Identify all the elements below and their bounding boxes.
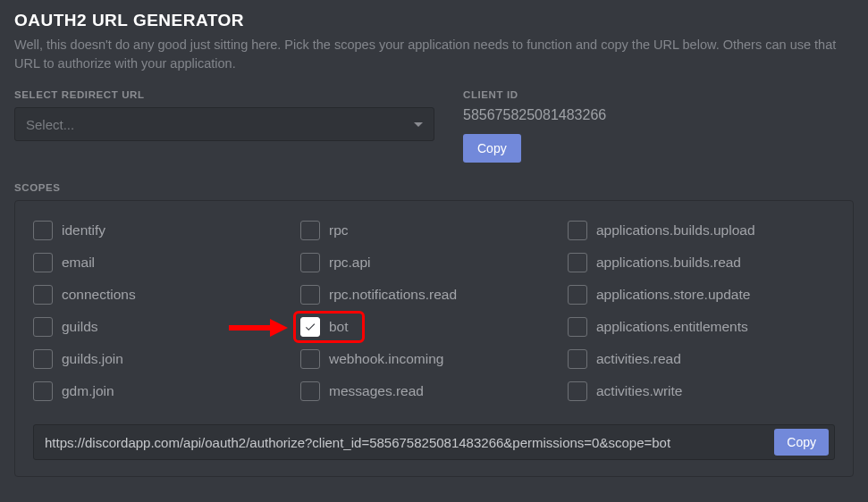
scope-item-rpc[interactable]: rpc	[300, 221, 568, 240]
scope-checkbox[interactable]	[568, 381, 587, 401]
scope-checkbox[interactable]	[568, 285, 587, 305]
client-id-column: CLIENT ID 585675825081483266 Copy	[463, 89, 854, 163]
scope-item-activities-read[interactable]: activities.read	[568, 349, 835, 369]
scope-checkbox[interactable]	[300, 253, 320, 272]
check-icon	[304, 321, 316, 333]
scope-label: rpc.notifications.read	[329, 287, 457, 303]
scopes-columns: identifyemailconnectionsguildsguilds.joi…	[33, 221, 835, 401]
scope-label: rpc.api	[329, 255, 371, 271]
scope-checkbox[interactable]	[33, 349, 53, 369]
scope-item-guilds-join[interactable]: guilds.join	[33, 349, 300, 369]
generated-url-text[interactable]: https://discordapp.com/api/oauth2/author…	[45, 435, 765, 450]
scope-label: gdm.join	[62, 383, 114, 399]
scope-checkbox[interactable]	[568, 221, 587, 240]
scope-checkbox[interactable]	[33, 221, 53, 240]
scope-item-applications-builds-upload[interactable]: applications.builds.upload	[568, 221, 835, 240]
page-subtitle: Well, this doesn't do any good just sitt…	[14, 36, 854, 73]
copy-client-id-button[interactable]: Copy	[463, 134, 521, 163]
scope-checkbox[interactable]	[33, 253, 53, 272]
redirect-column: SELECT REDIRECT URL Select...	[14, 89, 434, 163]
scope-label: identify	[62, 222, 105, 238]
scope-checkbox[interactable]	[568, 349, 587, 369]
scope-label: bot	[329, 319, 349, 335]
scope-item-applications-entitlements[interactable]: applications.entitlements	[568, 317, 835, 337]
scope-label: activities.write	[596, 383, 682, 399]
scope-label: guilds	[62, 319, 98, 335]
scope-checkbox[interactable]	[300, 317, 320, 337]
generated-url-row: https://discordapp.com/api/oauth2/author…	[33, 424, 835, 460]
scope-label: guilds.join	[62, 351, 123, 367]
scope-label: applications.store.update	[596, 287, 750, 303]
client-id-value: 585675825081483266	[463, 107, 854, 123]
redirect-url-placeholder: Select...	[26, 117, 74, 132]
scope-item-connections[interactable]: connections	[33, 285, 300, 305]
scope-checkbox[interactable]	[33, 317, 53, 337]
scope-checkbox[interactable]	[300, 221, 320, 240]
scope-label: email	[62, 255, 95, 271]
scope-label: applications.builds.upload	[596, 222, 755, 238]
redirect-url-select[interactable]: Select...	[14, 107, 434, 141]
oauth2-url-generator-panel: OAUTH2 URL GENERATOR Well, this doesn't …	[0, 0, 868, 491]
scope-item-rpc-api[interactable]: rpc.api	[300, 253, 568, 272]
page-title: OAUTH2 URL GENERATOR	[14, 11, 854, 30]
scope-column-3: applications.builds.uploadapplications.b…	[568, 221, 835, 401]
copy-url-button[interactable]: Copy	[774, 429, 829, 456]
top-row: SELECT REDIRECT URL Select... CLIENT ID …	[14, 89, 854, 163]
scope-item-messages-read[interactable]: messages.read	[300, 381, 568, 401]
scope-checkbox[interactable]	[568, 253, 587, 272]
scopes-box: identifyemailconnectionsguildsguilds.joi…	[14, 200, 854, 477]
scope-label: webhook.incoming	[329, 351, 443, 367]
scope-label: applications.builds.read	[596, 255, 741, 271]
scope-column-2: rpcrpc.apirpc.notifications.readbotwebho…	[300, 221, 568, 401]
redirect-url-label: SELECT REDIRECT URL	[14, 89, 434, 100]
scope-item-webhook-incoming[interactable]: webhook.incoming	[300, 349, 568, 369]
scope-item-gdm-join[interactable]: gdm.join	[33, 381, 300, 401]
redirect-url-select-wrap: Select...	[14, 107, 434, 141]
scopes-label: SCOPES	[14, 182, 854, 193]
client-id-label: CLIENT ID	[463, 89, 854, 100]
scope-checkbox[interactable]	[33, 381, 53, 401]
scope-item-email[interactable]: email	[33, 253, 300, 272]
chevron-down-icon	[414, 122, 423, 127]
scope-label: activities.read	[596, 351, 681, 367]
scope-item-guilds[interactable]: guilds	[33, 317, 300, 337]
scope-column-1: identifyemailconnectionsguildsguilds.joi…	[33, 221, 300, 401]
scope-checkbox[interactable]	[300, 381, 320, 401]
scope-checkbox[interactable]	[33, 285, 53, 305]
scope-item-bot[interactable]: bot	[300, 317, 568, 337]
scope-checkbox[interactable]	[300, 349, 320, 369]
scope-label: connections	[62, 287, 136, 303]
scope-item-activities-write[interactable]: activities.write	[568, 381, 835, 401]
scope-label: applications.entitlements	[596, 319, 748, 335]
scope-item-applications-store-update[interactable]: applications.store.update	[568, 285, 835, 305]
scope-checkbox[interactable]	[568, 317, 587, 337]
scope-item-rpc-notifications-read[interactable]: rpc.notifications.read	[300, 285, 568, 305]
scope-label: messages.read	[329, 383, 424, 399]
scope-label: rpc	[329, 222, 349, 238]
scope-checkbox[interactable]	[300, 285, 320, 305]
scopes-section: SCOPES identifyemailconnectionsguildsgui…	[14, 182, 854, 477]
scope-item-applications-builds-read[interactable]: applications.builds.read	[568, 253, 835, 272]
scope-item-identify[interactable]: identify	[33, 221, 300, 240]
